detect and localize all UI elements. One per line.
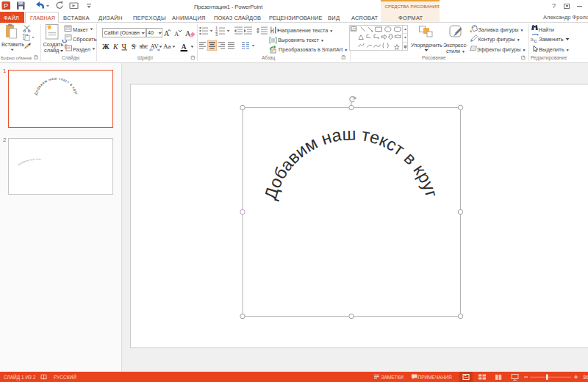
- svg-text:A: A: [174, 30, 179, 37]
- svg-text:A: A: [164, 29, 170, 37]
- svg-text:3: 3: [215, 32, 218, 37]
- svg-text:AV: AV: [151, 43, 159, 50]
- svg-text:Ж: Ж: [102, 42, 110, 50]
- svg-text:Добавим наш текст в круг: Добавим наш текст в круг: [261, 124, 442, 201]
- svg-text:Добавим наш текст в круг: Добавим наш текст в круг: [33, 76, 79, 96]
- svg-text:А: А: [182, 42, 187, 50]
- svg-text:86: 86: [584, 375, 588, 380]
- svg-text:Ч: Ч: [122, 42, 127, 50]
- svg-text:abc: abc: [140, 43, 148, 50]
- svg-text:c: c: [534, 37, 537, 44]
- svg-text:К: К: [112, 42, 118, 50]
- svg-text:Добавим наш текст: Добавим наш текст: [8, 138, 42, 166]
- svg-text:Aa: Aa: [163, 43, 171, 50]
